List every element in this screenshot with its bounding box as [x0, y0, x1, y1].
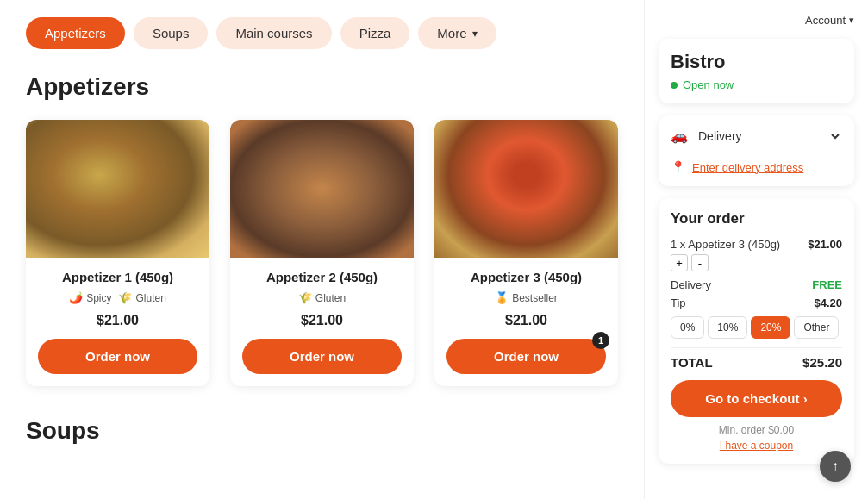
tab-more[interactable]: More — [418, 17, 496, 49]
product-price-2: $21.00 — [242, 313, 402, 328]
product-tags-1: 🌶️ Spicy 🌾 Gluten — [38, 291, 197, 304]
nav-tabs: Appetizers Soups Main courses Pizza More — [26, 17, 618, 49]
delivery-meta-row: Delivery FREE — [671, 278, 842, 291]
tip-option-20[interactable]: 20% — [751, 316, 790, 339]
soups-title: Soups — [26, 417, 618, 445]
product-price-1: $21.00 — [38, 313, 197, 328]
order-btn-3[interactable]: Order now 1 — [446, 339, 606, 374]
total-row: TOTAL $25.20 — [671, 347, 842, 370]
coupon-link[interactable]: I have a coupon — [671, 440, 842, 452]
delivery-meta-value: FREE — [812, 278, 842, 291]
tag-spicy-label: Spicy — [86, 292, 111, 304]
order-btn-2[interactable]: Order now — [242, 339, 402, 374]
tip-row: Tip $4.20 — [671, 296, 842, 309]
tag-gluten-label-2: Gluten — [315, 292, 346, 304]
checkout-button[interactable]: Go to checkout › — [671, 380, 842, 417]
product-name-1: Appetizer 1 (450g) — [38, 270, 197, 284]
delivery-row: 🚗 Delivery — [671, 128, 842, 144]
your-order-title: Your order — [671, 210, 842, 228]
product-card-2: Appetizer 2 (450g) 🌾 Gluten $21.00 Order… — [230, 120, 414, 386]
tip-amount: $4.20 — [814, 296, 842, 309]
qty-plus-btn[interactable]: + — [671, 254, 688, 271]
appetizers-title: Appetizers — [26, 73, 618, 101]
min-order-text: Min. order $0.00 — [671, 424, 842, 436]
bistro-card: Bistro Open now — [659, 39, 854, 103]
tip-option-other[interactable]: Other — [794, 316, 839, 339]
tip-option-0[interactable]: 0% — [671, 316, 704, 339]
tab-pizza[interactable]: Pizza — [340, 17, 410, 49]
product-name-2: Appetizer 2 (450g) — [242, 270, 402, 284]
delivery-section: 🚗 Delivery 📍 Enter delivery address — [659, 115, 854, 186]
tag-gluten-label-1: Gluten — [135, 292, 165, 304]
tag-spicy: 🌶️ Spicy — [69, 291, 111, 304]
tip-option-10[interactable]: 10% — [708, 316, 747, 339]
bestseller-icon: 🏅 — [495, 291, 509, 304]
qty-minus-btn[interactable]: - — [691, 254, 709, 271]
pin-icon: 📍 — [671, 160, 685, 174]
spicy-icon: 🌶️ — [69, 291, 83, 304]
gluten-icon-2: 🌾 — [298, 291, 312, 304]
bistro-name: Bistro — [671, 51, 842, 73]
account-row: Account — [659, 14, 854, 27]
gluten-icon-1: 🌾 — [118, 291, 132, 304]
order-item-row: 1 x Appetizer 3 (450g) + - $21.00 — [671, 238, 842, 271]
sidebar: Account Bistro Open now 🚗 Delivery 📍 Ent… — [644, 0, 868, 499]
tab-soups[interactable]: Soups — [134, 17, 209, 49]
product-grid: Appetizer 1 (450g) 🌶️ Spicy 🌾 Gluten $21… — [26, 120, 618, 386]
product-card-3: Appetizer 3 (450g) 🏅 Bestseller $21.00 O… — [434, 120, 618, 386]
order-item-name: 1 x Appetizer 3 (450g) — [671, 238, 780, 251]
qty-controls: + - — [671, 254, 780, 271]
order-section: Your order 1 x Appetizer 3 (450g) + - $2… — [659, 198, 854, 464]
divider — [671, 153, 842, 153]
product-card-1: Appetizer 1 (450g) 🌶️ Spicy 🌾 Gluten $21… — [26, 120, 209, 386]
product-image-2 — [230, 120, 414, 258]
tag-gluten-2: 🌾 Gluten — [298, 291, 346, 304]
tip-label: Tip — [671, 296, 686, 309]
open-status: Open now — [671, 78, 842, 91]
open-dot — [671, 82, 678, 89]
tag-gluten-1: 🌾 Gluten — [118, 291, 165, 304]
order-badge-3: 1 — [592, 332, 609, 349]
product-name-3: Appetizer 3 (450g) — [446, 270, 606, 284]
tag-bestseller: 🏅 Bestseller — [495, 291, 558, 304]
tab-main-courses[interactable]: Main courses — [216, 17, 331, 49]
product-tags-3: 🏅 Bestseller — [446, 291, 606, 304]
address-row: 📍 Enter delivery address — [671, 160, 842, 174]
order-item-price: $21.00 — [808, 238, 842, 251]
product-image-3 — [434, 120, 618, 258]
tip-options: 0% 10% 20% Other — [671, 316, 842, 339]
delivery-meta-label: Delivery — [671, 278, 711, 291]
open-status-label: Open now — [683, 78, 734, 91]
delivery-type-select[interactable]: Delivery — [695, 128, 842, 144]
car-icon: 🚗 — [671, 128, 688, 144]
product-image-1 — [26, 120, 209, 258]
total-value: $25.20 — [802, 355, 842, 370]
main-content: Appetizers Soups Main courses Pizza More… — [0, 0, 644, 499]
order-btn-1[interactable]: Order now — [38, 339, 197, 374]
account-button[interactable]: Account — [805, 14, 854, 27]
tag-bestseller-label: Bestseller — [512, 292, 558, 304]
address-link[interactable]: Enter delivery address — [692, 161, 803, 174]
tab-appetizers[interactable]: Appetizers — [26, 17, 125, 49]
product-tags-2: 🌾 Gluten — [242, 291, 402, 304]
scroll-up-button[interactable]: ↑ — [820, 451, 851, 482]
total-label: TOTAL — [671, 355, 713, 370]
product-price-3: $21.00 — [446, 313, 606, 328]
